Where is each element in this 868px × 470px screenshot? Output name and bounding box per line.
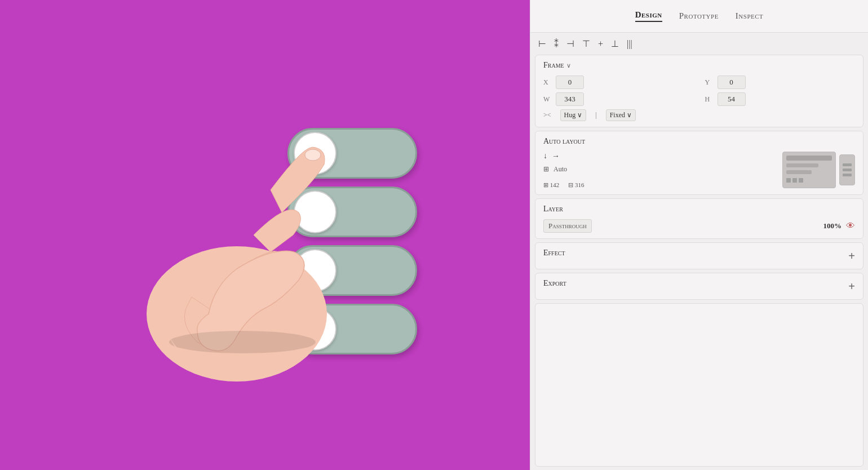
bottom-section: [535, 303, 863, 467]
align-top-icon[interactable]: ⊤: [582, 38, 590, 49]
layer-title: Layer: [543, 205, 855, 214]
export-add-button[interactable]: +: [848, 281, 855, 292]
h-value[interactable]: 54: [718, 92, 746, 106]
constraint-label: ><: [543, 111, 551, 119]
align-right-icon[interactable]: ⊣: [566, 38, 574, 49]
frame-fields: X 0 Y 0 W 343 H 54: [543, 76, 855, 106]
tab-prototype[interactable]: Prototype: [679, 11, 719, 21]
field-y: Y 0: [705, 76, 856, 89]
export-section: Export +: [535, 273, 863, 300]
al-auto-row: ⊞ Auto: [543, 165, 584, 174]
fixed-value[interactable]: Fixed ∨: [606, 109, 636, 121]
alignment-row: ⊢ ⁑ ⊣ ⊤ + ⊥ |||: [530, 33, 868, 55]
al-numbers: ⊞ 142 ⊟ 316: [543, 181, 584, 189]
layer-section: Layer Passthrough 100% 👁: [535, 198, 863, 239]
tab-design[interactable]: Design: [635, 10, 662, 22]
al-direction-row: ↓ →: [543, 152, 584, 161]
align-bottom-icon[interactable]: ⊥: [611, 38, 619, 49]
effect-title: Effect: [543, 249, 565, 258]
effect-header: Effect +: [543, 249, 855, 263]
al-width: ⊞ 142: [543, 181, 559, 189]
al-auto-label[interactable]: Auto: [553, 165, 567, 174]
auto-layout-title: Auto layout: [543, 137, 855, 146]
svg-point-1: [305, 149, 321, 161]
distribute-icon[interactable]: |||: [627, 39, 632, 49]
x-value[interactable]: 0: [556, 76, 584, 89]
frame-section: Frame ∨ X 0 Y 0 W 343 H 54 >< Hug: [535, 55, 863, 127]
effect-add-button[interactable]: +: [848, 250, 855, 261]
al-preview-side: [839, 154, 855, 185]
field-h: H 54: [705, 92, 856, 106]
svg-point-2: [169, 331, 316, 353]
export-header: Export +: [543, 279, 855, 294]
align-center-v-icon[interactable]: +: [598, 39, 603, 49]
toggle-illustration: [101, 72, 428, 398]
export-title: Export: [543, 279, 566, 288]
auto-layout-section: Auto layout ↓ → ⊞ Auto ⊞ 142 ⊟ 316: [535, 131, 863, 195]
frame-chevron[interactable]: ∨: [566, 62, 571, 69]
al-height: ⊟ 316: [568, 181, 584, 189]
field-x: X 0: [543, 76, 694, 89]
layer-row: Passthrough 100% 👁: [543, 219, 855, 233]
al-preview-main: [782, 152, 836, 188]
tab-inspect[interactable]: Inspect: [736, 11, 763, 21]
hug-row: >< Hug ∨ | Fixed ∨: [543, 109, 855, 121]
layer-opacity: 100% 👁: [823, 221, 856, 231]
frame-title: Frame ∨: [543, 61, 855, 70]
opacity-value[interactable]: 100%: [823, 221, 842, 230]
hand-illustration: [124, 100, 361, 382]
layer-mode[interactable]: Passthrough: [543, 219, 592, 233]
al-down-icon[interactable]: ↓: [543, 152, 547, 161]
fixed-separator: |: [595, 111, 596, 119]
al-frame-icon: ⊞: [543, 165, 549, 174]
al-right-icon[interactable]: →: [552, 152, 560, 161]
w-value[interactable]: 343: [556, 92, 584, 106]
auto-layout-icons: ↓ → ⊞ Auto ⊞ 142 ⊟ 316: [543, 152, 584, 189]
y-value[interactable]: 0: [718, 76, 746, 89]
field-w: W 343: [543, 92, 694, 106]
align-left-icon[interactable]: ⊢: [538, 38, 546, 49]
align-center-h-icon[interactable]: ⁑: [554, 38, 559, 49]
tab-bar: Design Prototype Inspect: [530, 0, 868, 33]
effect-section: Effect +: [535, 242, 863, 269]
canvas-area: [0, 0, 530, 470]
eye-icon[interactable]: 👁: [846, 221, 855, 231]
right-panel: Design Prototype Inspect ⊢ ⁑ ⊣ ⊤ + ⊥ |||…: [530, 0, 868, 470]
hug-value[interactable]: Hug ∨: [560, 109, 587, 121]
